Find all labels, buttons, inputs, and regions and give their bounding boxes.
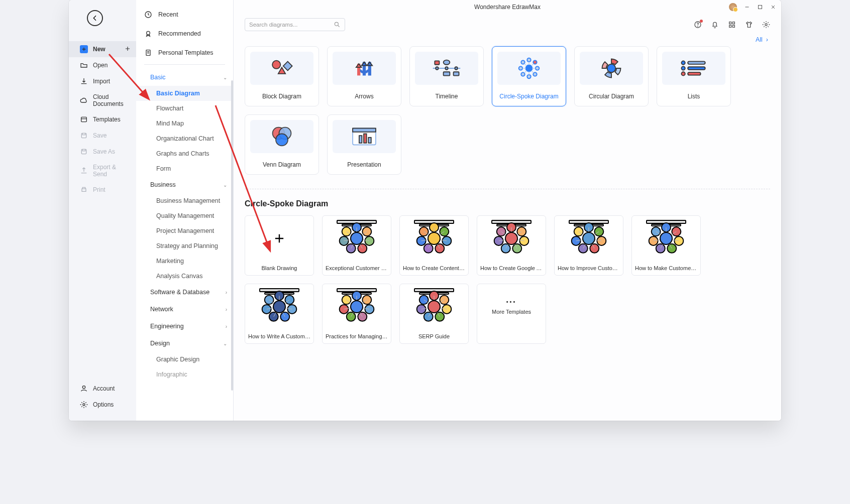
- maximize-button[interactable]: [757, 4, 763, 10]
- cat-business[interactable]: Business ⌄: [136, 176, 233, 193]
- svg-point-91: [435, 244, 444, 253]
- grid-icon[interactable]: [728, 21, 736, 29]
- svg-point-72: [365, 236, 374, 245]
- cat-recent[interactable]: Recent: [136, 5, 233, 24]
- template-card[interactable]: SERP Guide: [399, 284, 469, 344]
- cat-strategy[interactable]: Strategy and Planning: [136, 238, 233, 254]
- nav-open[interactable]: Open: [69, 57, 136, 73]
- close-button[interactable]: [770, 4, 776, 10]
- type-card-block-diagram[interactable]: Block Diagram: [245, 46, 319, 106]
- shirt-icon[interactable]: [745, 21, 753, 29]
- nav-options[interactable]: Options: [69, 397, 136, 413]
- type-card-presentation[interactable]: Presentation: [327, 114, 401, 175]
- cat-sub-label: Mind Map: [156, 120, 184, 127]
- search-input[interactable]: Search diagrams...: [245, 18, 345, 31]
- svg-point-33: [444, 60, 450, 65]
- svg-line-48: [532, 71, 534, 73]
- gear-icon[interactable]: [762, 21, 770, 29]
- nav-export-send[interactable]: Export & Send: [69, 160, 136, 182]
- cat-basic-diagram[interactable]: Basic Diagram: [136, 86, 233, 101]
- template-label: Practices for Managing Cli...: [323, 329, 391, 343]
- cat-graphic-design[interactable]: Graphic Design: [136, 352, 233, 367]
- svg-point-148: [652, 227, 661, 236]
- cat-infographic[interactable]: Infographic: [136, 367, 233, 382]
- svg-point-140: [674, 236, 683, 245]
- template-card[interactable]: How to Create Google Ads...: [477, 215, 546, 276]
- minimize-button[interactable]: [744, 4, 750, 10]
- nav-cloud-documents[interactable]: Cloud Documents: [69, 89, 136, 111]
- type-card-venn-diagram[interactable]: Venn Diagram: [245, 114, 319, 175]
- template-label: How to Make Customers B...: [632, 261, 700, 275]
- cat-recommended[interactable]: Recommended: [136, 24, 233, 43]
- template-card[interactable]: Blank Drawing: [245, 215, 314, 276]
- template-card[interactable]: Practices for Managing Cli...: [322, 284, 391, 344]
- more-templates-card[interactable]: •••More Templates: [477, 284, 546, 344]
- template-card[interactable]: Exceptional Customer Serv...: [322, 215, 391, 276]
- cat-design[interactable]: Design ⌄: [136, 335, 233, 352]
- scrollbar[interactable]: [231, 80, 233, 391]
- cat-personal-templates[interactable]: Personal Templates: [136, 43, 233, 62]
- all-link[interactable]: All ›: [756, 36, 768, 43]
- svg-point-7: [147, 31, 150, 35]
- type-card-arrows[interactable]: Arrows: [327, 46, 401, 106]
- svg-point-60: [276, 134, 288, 146]
- nav-save-as[interactable]: Save As: [69, 144, 136, 160]
- type-label: Circle-Spoke Diagram: [499, 93, 558, 100]
- avatar-icon[interactable]: [729, 3, 737, 11]
- type-art: [497, 52, 561, 85]
- svg-point-23: [272, 61, 280, 69]
- nav-print[interactable]: Print: [69, 182, 136, 198]
- main-content: Wondershare EdrawMax Search diagrams...: [234, 0, 781, 421]
- cat-sub-label: Project Management: [156, 227, 214, 234]
- cat-org-chart[interactable]: Organizational Chart: [136, 131, 233, 146]
- nav-save[interactable]: Save: [69, 128, 136, 144]
- cat-graphs-charts[interactable]: Graphs and Charts: [136, 146, 233, 161]
- help-icon[interactable]: [694, 21, 702, 29]
- svg-point-191: [442, 305, 451, 314]
- back-button[interactable]: [87, 10, 103, 26]
- window-controls: [729, 3, 776, 11]
- svg-point-104: [517, 227, 526, 236]
- type-card-timeline[interactable]: Timeline: [409, 46, 484, 106]
- cat-quality-mgmt[interactable]: Quality Management: [136, 208, 233, 223]
- type-card-circular-diagram[interactable]: Circular Diagram: [574, 46, 649, 106]
- svg-point-121: [594, 227, 603, 236]
- plus-icon[interactable]: [124, 45, 131, 54]
- svg-point-125: [590, 244, 599, 253]
- svg-rect-18: [729, 22, 731, 24]
- svg-point-28: [445, 67, 448, 69]
- template-card[interactable]: How to Make Customers B...: [631, 215, 701, 276]
- svg-point-157: [287, 305, 296, 314]
- nav-label: Open: [93, 62, 108, 69]
- cat-analysis-canvas[interactable]: Analysis Canvas: [136, 269, 233, 284]
- cat-mind-map[interactable]: Mind Map: [136, 116, 233, 131]
- type-card-lists[interactable]: Lists: [657, 46, 731, 106]
- cat-biz-mgmt[interactable]: Business Management: [136, 193, 233, 208]
- type-card-circle-spoke-diagram[interactable]: Circle-Spoke Diagram: [492, 46, 566, 106]
- nav-account[interactable]: Account: [69, 381, 136, 397]
- nav-import[interactable]: Import: [69, 73, 136, 89]
- section-title: Circle-Spoke Diagram: [234, 199, 781, 215]
- template-card[interactable]: How to Create Content Ma...: [399, 215, 469, 276]
- svg-point-29: [455, 67, 457, 69]
- svg-point-114: [497, 227, 506, 236]
- svg-rect-3: [82, 189, 86, 191]
- cat-sub-label: Business Management: [156, 197, 220, 204]
- template-card[interactable]: How to Write A Customer ...: [245, 284, 314, 344]
- cat-sub-label: Marketing: [156, 258, 184, 265]
- cat-form[interactable]: Form: [136, 161, 233, 176]
- nav-new[interactable]: New: [69, 41, 136, 57]
- cat-basic[interactable]: Basic ⌄: [136, 69, 233, 86]
- nav-label: Options: [93, 401, 114, 408]
- cat-software-db[interactable]: Software & Database ›: [136, 284, 233, 301]
- svg-point-93: [424, 244, 433, 253]
- cat-flowchart[interactable]: Flowchart: [136, 101, 233, 116]
- template-card[interactable]: How to Improve Customer...: [554, 215, 623, 276]
- clock-icon: [144, 11, 152, 19]
- cat-marketing[interactable]: Marketing: [136, 254, 233, 269]
- cat-engineering[interactable]: Engineering ›: [136, 318, 233, 335]
- bell-icon[interactable]: [711, 21, 719, 29]
- cat-project-mgmt[interactable]: Project Management: [136, 223, 233, 238]
- cat-network[interactable]: Network ›: [136, 301, 233, 318]
- nav-templates[interactable]: Templates: [69, 111, 136, 128]
